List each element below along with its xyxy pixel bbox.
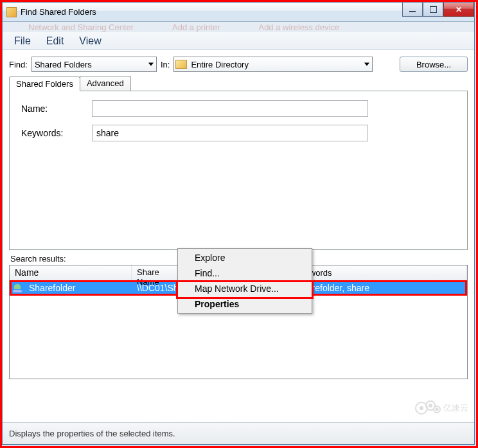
name-row: Name:	[21, 100, 456, 117]
keywords-label: Keywords:	[21, 128, 92, 138]
find-value: Shared Folders	[35, 60, 92, 69]
keywords-input[interactable]	[92, 125, 368, 141]
screenshot-frame: Find Shared Folders Network and Sharing …	[0, 0, 478, 448]
name-input[interactable]	[92, 100, 368, 117]
svg-point-3	[420, 407, 423, 409]
ctx-explore[interactable]: Explore	[179, 250, 310, 265]
ctx-map-network-drive[interactable]: Map Network Drive...	[179, 281, 310, 296]
share-icon	[12, 283, 24, 292]
faded-text: Network and Sharing Center	[28, 22, 134, 32]
window: Find Shared Folders Network and Sharing …	[2, 2, 475, 445]
svg-point-4	[429, 404, 432, 407]
col-name[interactable]: Name	[10, 265, 132, 280]
window-controls	[402, 3, 474, 17]
statusbar: Displays the properties of the selected …	[3, 422, 474, 444]
faded-text: Add a wireless device	[258, 22, 339, 32]
close-button[interactable]	[443, 3, 474, 17]
form-area: Name: Keywords:	[21, 100, 456, 240]
status-text: Displays the properties of the selected …	[9, 429, 175, 438]
col-keywords[interactable]: KeyKeywords	[292, 265, 467, 280]
minimize-button[interactable]	[402, 3, 423, 17]
keywords-row: Keywords:	[21, 125, 456, 141]
watermark: 亿速云	[410, 395, 468, 417]
titlebar[interactable]: Find Shared Folders	[3, 3, 474, 22]
tab-advanced[interactable]: Advanced	[80, 76, 131, 91]
menu-view[interactable]: View	[73, 34, 107, 48]
window-title: Find Shared Folders	[21, 7, 96, 17]
context-menu: Explore Find... Map Network Drive... Pro…	[177, 248, 312, 314]
find-dropdown[interactable]: Shared Folders	[31, 57, 157, 72]
menubar: File Edit View	[3, 32, 474, 50]
ctx-find[interactable]: Find...	[179, 265, 310, 281]
find-label: Find:	[9, 60, 28, 69]
tab-shared-folders[interactable]: Shared Folders	[9, 76, 80, 91]
tab-panel: Name: Keywords:	[9, 91, 468, 250]
in-dropdown[interactable]: Entire Directory	[173, 57, 373, 72]
name-label: Name:	[21, 103, 92, 114]
chevron-down-icon	[148, 63, 154, 66]
in-label: In:	[161, 60, 170, 69]
cell-keywords: sharefolder, share	[292, 282, 467, 294]
cell-name: Sharefolder	[24, 282, 132, 294]
app-icon	[6, 7, 17, 17]
find-row: Find: Shared Folders In: Entire Director…	[9, 57, 468, 72]
browse-button[interactable]: Browse...	[400, 57, 468, 72]
faded-text: Add a printer	[172, 22, 220, 32]
menu-edit[interactable]: Edit	[40, 34, 71, 48]
svg-point-5	[436, 409, 438, 411]
folder-icon	[175, 60, 187, 69]
content-area: Find: Shared Folders In: Entire Director…	[3, 50, 474, 265]
chevron-down-icon	[364, 63, 369, 66]
in-value: Entire Directory	[191, 60, 249, 69]
menu-file[interactable]: File	[8, 34, 37, 48]
maximize-button[interactable]	[423, 3, 443, 17]
watermark-text: 亿速云	[443, 403, 468, 413]
ctx-properties[interactable]: Properties	[179, 296, 310, 312]
tab-strip: Shared Folders Advanced	[9, 76, 468, 91]
faded-toolbar: Network and Sharing Center Add a printer…	[3, 22, 474, 32]
